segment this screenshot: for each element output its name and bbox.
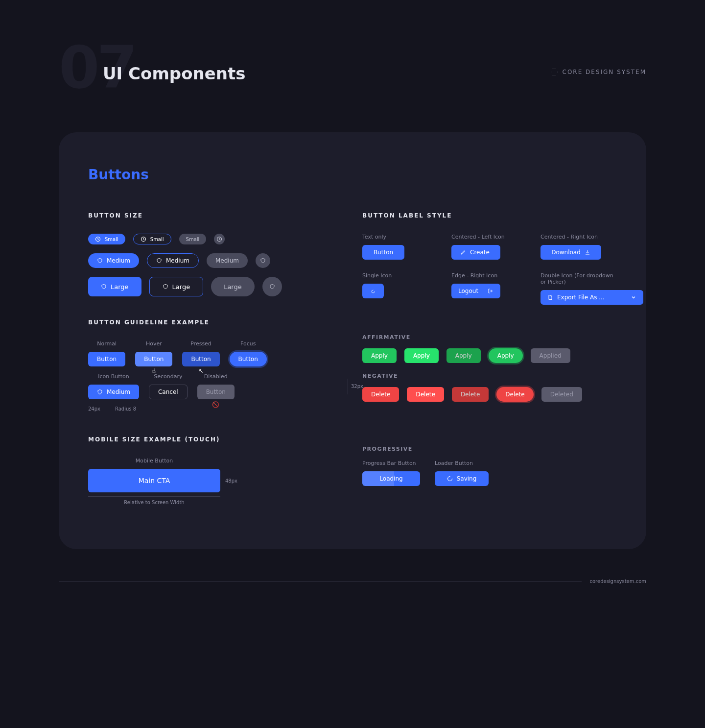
btn-label: Deleted — [550, 391, 573, 398]
clock-icon — [141, 236, 146, 242]
btn-export[interactable]: Export File As ... — [540, 290, 643, 305]
shield-icon — [101, 284, 107, 290]
btn-small-label: Small — [105, 237, 118, 242]
state-disabled: Disabled — [204, 373, 228, 380]
btn-small-primary[interactable]: Small — [88, 234, 125, 244]
btn-state-icon[interactable]: Medium — [88, 385, 139, 399]
btn-state-focus[interactable]: Button — [230, 352, 267, 366]
radius-dim: Radius 8 — [115, 406, 136, 412]
btn-large-label: Large — [172, 283, 190, 291]
btn-singleicon[interactable] — [362, 284, 384, 298]
btn-apply-3[interactable]: Apply — [446, 348, 481, 363]
mobile-note: Relative to Screen Width — [88, 496, 220, 505]
shield-icon — [260, 258, 266, 264]
btn-small-iconly[interactable] — [214, 234, 225, 244]
btn-label: Apply — [413, 352, 430, 359]
btn-textonly[interactable]: Button — [362, 245, 404, 260]
exit-icon — [488, 288, 494, 294]
btn-delete-3[interactable]: Delete — [452, 387, 489, 402]
btn-create[interactable]: Create — [451, 245, 500, 260]
btn-medium-iconly[interactable] — [256, 253, 270, 268]
brand-label: CORE DESIGN SYSTEM — [551, 69, 646, 75]
clock-icon — [95, 236, 101, 242]
btn-label: Delete — [505, 391, 524, 398]
mobile-cap: Mobile Button — [88, 458, 220, 464]
cap-centerright: Centered - Right Icon — [540, 234, 617, 240]
btn-medium-label: Medium — [166, 257, 189, 264]
btn-state-hover[interactable]: Button — [135, 352, 172, 366]
btn-label: Cancel — [158, 388, 178, 395]
btn-label: Create — [470, 249, 490, 256]
cap-textonly: Text only — [362, 234, 439, 240]
loader-cap: Loader Button — [435, 460, 473, 466]
pad-dim: 24px — [88, 406, 100, 412]
btn-label: Apply — [497, 352, 514, 359]
btn-label: Button — [191, 356, 211, 363]
btn-medium-label: Medium — [107, 257, 130, 264]
btn-logout[interactable]: Logout — [451, 284, 500, 298]
clock-icon — [216, 236, 222, 242]
btn-saving[interactable]: Saving — [435, 471, 489, 486]
btn-apply-1[interactable]: Apply — [362, 348, 397, 363]
cap-doubleicon: Double Icon (For dropdown or Picker) — [540, 272, 617, 285]
btn-apply-2[interactable]: Apply — [404, 348, 439, 363]
btn-mobile-cta[interactable]: Main CTA — [88, 469, 220, 492]
btn-small-label: Small — [150, 237, 164, 242]
btn-medium-label: Medium — [215, 257, 239, 264]
height-dim: 32px — [348, 379, 363, 394]
btn-loading[interactable]: Loading — [362, 471, 420, 486]
chevron-down-icon — [631, 294, 636, 300]
btn-download[interactable]: Download — [540, 245, 601, 260]
btn-deleted: Deleted — [541, 387, 582, 402]
btn-label: Apply — [371, 352, 388, 359]
shield-icon — [269, 284, 275, 290]
page-title: UI Components — [103, 64, 246, 83]
btn-small-label: Small — [186, 237, 200, 242]
btn-large-iconly[interactable] — [262, 277, 282, 296]
btn-delete-1[interactable]: Delete — [362, 387, 399, 402]
btn-label: Button — [374, 249, 393, 256]
btn-label: Loading — [379, 475, 402, 482]
btn-large-primary[interactable]: Large — [88, 277, 141, 296]
cap-singleicon: Single Icon — [362, 272, 439, 279]
brand-hex-icon — [551, 69, 558, 75]
btn-label: Logout — [458, 288, 478, 294]
btn-label: Button — [206, 388, 226, 395]
btn-state-secondary[interactable]: Cancel — [149, 385, 188, 399]
btn-label: Main CTA — [139, 477, 170, 485]
btn-medium-primary[interactable]: Medium — [88, 253, 139, 268]
btn-large-outline[interactable]: Large — [149, 277, 204, 296]
btn-small-ghost[interactable]: Small — [179, 234, 207, 244]
cap-edgeright: Edge - Right Icon — [451, 272, 528, 279]
negative-heading: NEGATIVE — [362, 373, 617, 379]
btn-delete-4[interactable]: Delete — [496, 387, 533, 402]
btn-state-normal[interactable]: Button — [88, 352, 125, 366]
spinner-icon — [447, 476, 453, 482]
guideline-heading: BUTTON GUIDELINE EXAMPLE — [88, 319, 343, 326]
btn-label: Delete — [416, 391, 435, 398]
state-normal: Normal — [97, 340, 117, 347]
cap-centerleft: Centered - Left Icon — [451, 234, 528, 240]
btn-applied: Applied — [531, 348, 570, 363]
footer-line — [59, 581, 582, 582]
shield-icon — [156, 258, 162, 264]
btn-medium-outline[interactable]: Medium — [147, 253, 199, 268]
state-iconbtn: Icon Button — [98, 373, 129, 380]
btn-large-label: Large — [111, 283, 129, 291]
pencil-icon — [460, 249, 466, 255]
state-secondary: Secondary — [154, 373, 182, 380]
btn-state-pressed[interactable]: Button — [182, 352, 219, 366]
btn-label: Delete — [461, 391, 480, 398]
state-pressed: Pressed — [190, 340, 212, 347]
btn-label: Button — [144, 356, 164, 363]
btn-label: Medium — [107, 388, 130, 395]
btn-apply-4[interactable]: Apply — [489, 348, 523, 363]
btn-small-outline[interactable]: Small — [133, 234, 171, 244]
btn-label: Delete — [371, 391, 390, 398]
state-focus: Focus — [240, 340, 256, 347]
btn-medium-ghost[interactable]: Medium — [207, 253, 248, 268]
btn-delete-2[interactable]: Delete — [407, 387, 444, 402]
file-icon — [547, 294, 553, 300]
btn-large-ghost[interactable]: Large — [211, 277, 255, 296]
footer-link[interactable]: coredesignsystem.com — [589, 579, 646, 584]
